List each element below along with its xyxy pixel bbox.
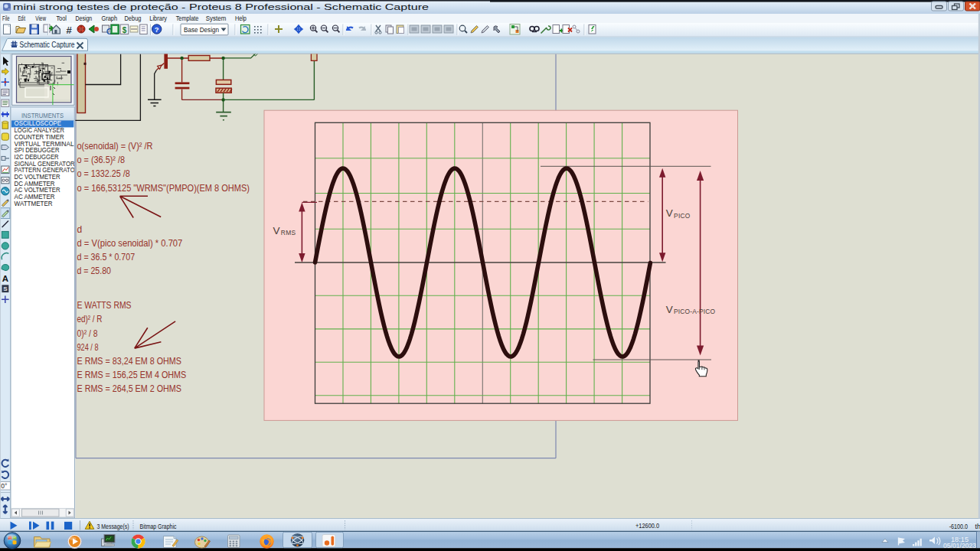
svg-text:d = 25.80: d = 25.80: [77, 266, 112, 276]
svg-text:ed)² / R: ed)² / R: [77, 314, 103, 324]
svg-text:o = 166,53125 "WRMS"(PMPO)(EM: o = 166,53125 "WRMS"(PMPO)(EM 8 OHMS): [77, 183, 250, 194]
svg-text:A: A: [2, 274, 8, 283]
svg-text:System: System: [206, 14, 227, 22]
svg-text:o = 1332.25 /8: o = 1332.25 /8: [77, 168, 131, 179]
svg-text:Design: Design: [75, 14, 92, 22]
svg-text:o = (36.5)² /8: o = (36.5)² /8: [77, 155, 126, 165]
svg-text:$: $: [122, 26, 127, 34]
svg-text:Library: Library: [149, 14, 167, 22]
svg-text:Help: Help: [235, 14, 247, 22]
svg-text:d = V(pico senoidal) * 0.707: d = V(pico senoidal) * 0.707: [77, 238, 183, 249]
svg-text:E RMS = 83,24 EM 8 OHMS: E RMS = 83,24 EM 8 OHMS: [77, 356, 181, 367]
svg-text:View: View: [35, 14, 46, 22]
svg-text:Tool: Tool: [56, 14, 67, 22]
svg-text:V: V: [666, 207, 673, 219]
svg-text:0°: 0°: [1, 482, 7, 490]
svg-text:d: d: [77, 224, 83, 235]
svg-text:V: V: [666, 304, 673, 315]
svg-text:d = 36.5 * 0.707: d = 36.5 * 0.707: [77, 252, 136, 262]
svg-text:PICO: PICO: [674, 212, 691, 220]
svg-text:Bitmap Graphic: Bitmap Graphic: [140, 522, 177, 530]
svg-text:Base Design: Base Design: [184, 25, 219, 34]
svg-text:V: V: [273, 225, 280, 236]
svg-text:-6100.0: -6100.0: [949, 523, 968, 530]
svg-text:0)² / 8: 0)² / 8: [77, 328, 98, 339]
svg-text:o(senoidal) = (V)² /R: o(senoidal) = (V)² /R: [77, 141, 153, 152]
svg-text:Template: Template: [176, 14, 199, 22]
svg-text:Edit: Edit: [18, 14, 25, 22]
svg-text:#: #: [67, 24, 73, 36]
svg-text:mini strong testes de proteção: mini strong testes de proteção - Proteus…: [13, 2, 429, 11]
svg-text:th: th: [975, 523, 980, 530]
svg-text:05/01/2023: 05/01/2023: [943, 542, 976, 549]
svg-text:E RMS = 264,5 EM 2 OHMS: E RMS = 264,5 EM 2 OHMS: [77, 383, 181, 394]
svg-text:3 Message(s): 3 Message(s): [97, 522, 129, 530]
svg-text:924 / 8: 924 / 8: [77, 342, 99, 353]
svg-text:?: ?: [155, 25, 159, 34]
svg-text:Schematic Capture: Schematic Capture: [20, 41, 75, 49]
svg-text:Debug: Debug: [125, 14, 142, 22]
svg-text:RMS: RMS: [281, 229, 296, 236]
svg-text:S: S: [3, 285, 8, 292]
svg-text:INSTRUMENTS: INSTRUMENTS: [21, 112, 64, 119]
svg-text:E RMS = 156,25 EM 4 OHMS: E RMS = 156,25 EM 4 OHMS: [77, 370, 187, 380]
svg-text:Graph: Graph: [102, 14, 118, 22]
svg-text:E WATTS RMS: E WATTS RMS: [77, 300, 132, 311]
svg-text:WATTMETER: WATTMETER: [15, 200, 53, 207]
svg-text:+12600.0: +12600.0: [635, 522, 659, 530]
svg-text:File: File: [2, 14, 9, 22]
svg-text:PICO-A-PICO: PICO-A-PICO: [674, 308, 716, 315]
